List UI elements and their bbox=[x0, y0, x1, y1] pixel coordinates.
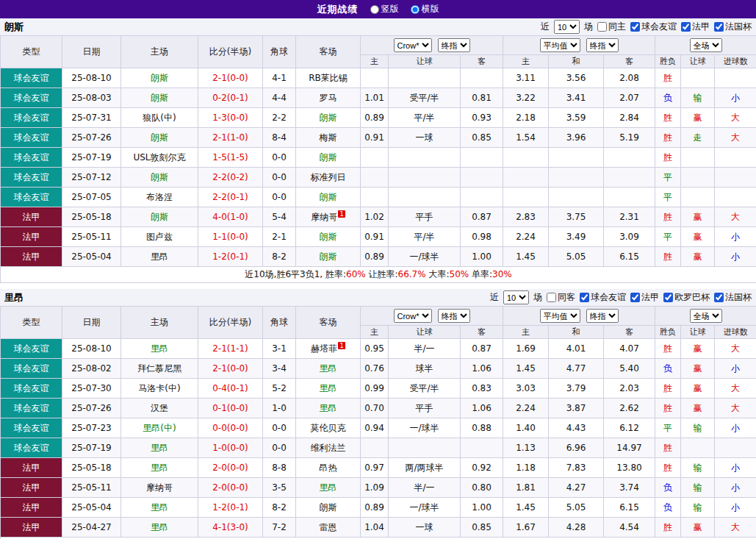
team-name-link[interactable]: 雷恩 bbox=[320, 522, 337, 532]
team-name-link[interactable]: USL敦刻尔克 bbox=[133, 152, 185, 163]
filter-check-0[interactable]: 同主 bbox=[597, 21, 626, 33]
filter-check-1[interactable]: 球会友谊 bbox=[580, 291, 626, 304]
team-name-link[interactable]: 朗斯 bbox=[151, 73, 168, 83]
vertical-radio-icon[interactable] bbox=[370, 5, 379, 14]
team-name-link[interactable]: 里昂 bbox=[151, 343, 168, 354]
team-name-link[interactable]: 朗斯 bbox=[151, 172, 168, 182]
team-name-link[interactable]: 汉堡 bbox=[151, 403, 168, 413]
page-title: 近期战绩 bbox=[317, 3, 359, 16]
checkbox-icon[interactable] bbox=[681, 22, 691, 32]
avg-select-0[interactable]: 平均值 bbox=[540, 309, 580, 323]
odds-select-1[interactable]: 终指 bbox=[438, 38, 470, 52]
filter-check-4[interactable]: 法国杯 bbox=[714, 291, 752, 304]
team-name-link[interactable]: 朗斯 bbox=[151, 132, 168, 143]
result-outcome: 胜 bbox=[655, 207, 681, 227]
team-name-link[interactable]: 里昂 bbox=[151, 502, 168, 513]
team-name-link[interactable]: 昂热 bbox=[320, 463, 337, 473]
team-name-link[interactable]: 布洛涅 bbox=[146, 192, 173, 202]
away-team: 莫伦贝克 bbox=[296, 418, 361, 438]
filter-check-3[interactable]: 欧罗巴杯 bbox=[663, 291, 710, 304]
subcol-header-4: 和 bbox=[549, 55, 604, 68]
team-name-link[interactable]: 朗斯 bbox=[320, 251, 337, 262]
result-goals: 小 bbox=[715, 227, 756, 247]
avg-draw: 3.59 bbox=[549, 108, 604, 128]
team-name-link[interactable]: 拜仁慕尼黑 bbox=[137, 363, 181, 374]
checkbox-icon[interactable] bbox=[714, 22, 724, 32]
checkbox-icon[interactable] bbox=[580, 293, 589, 302]
checkbox-icon[interactable] bbox=[714, 293, 724, 302]
filter-check-2[interactable]: 法甲 bbox=[681, 21, 710, 33]
team-name-link[interactable]: 里昂 bbox=[320, 482, 337, 493]
layout-option-horizontal[interactable]: 横版 bbox=[411, 3, 439, 15]
team-name-link[interactable]: 标准列日 bbox=[311, 172, 346, 182]
team-name-link[interactable]: 摩纳哥 bbox=[311, 212, 337, 222]
team-name-link[interactable]: 图卢兹 bbox=[146, 232, 173, 242]
team-name-link[interactable]: 里昂(中) bbox=[143, 423, 176, 433]
team-name-link[interactable]: 狼队(中) bbox=[143, 113, 176, 123]
away-team: 里昂 bbox=[296, 478, 361, 498]
checkbox-icon[interactable] bbox=[630, 293, 640, 302]
corner-score: 0-0 bbox=[263, 188, 296, 207]
horizontal-radio-icon[interactable] bbox=[411, 5, 420, 14]
match-row: 球会友谊25-08-10朗斯2-1(0-0)4-1RB莱比锡3.113.562.… bbox=[1, 68, 756, 88]
home-team: 拜仁慕尼黑 bbox=[121, 359, 198, 379]
match-count-select[interactable]: 10 bbox=[554, 20, 580, 34]
team-name-link[interactable]: 马洛卡(中) bbox=[138, 383, 180, 393]
team-name-link[interactable]: 里昂 bbox=[320, 383, 337, 393]
avg-draw bbox=[549, 148, 604, 168]
avg-away: 6.15 bbox=[604, 498, 655, 518]
checkbox-icon[interactable] bbox=[663, 293, 673, 302]
scope-select-0[interactable]: 全场 bbox=[690, 309, 722, 323]
layout-option-vertical[interactable]: 竖版 bbox=[370, 3, 399, 15]
team-name-link[interactable]: 梅斯 bbox=[320, 132, 337, 143]
team-name-link[interactable]: 里昂 bbox=[151, 522, 168, 532]
team-name-link[interactable]: 摩纳哥 bbox=[146, 482, 173, 493]
checkbox-icon[interactable] bbox=[597, 22, 607, 32]
away-team: 里昂 bbox=[296, 359, 361, 379]
avg-select-0[interactable]: 平均值 bbox=[540, 38, 580, 52]
result-outcome: 平 bbox=[655, 168, 681, 188]
avg-select-1[interactable]: 终指 bbox=[586, 309, 619, 323]
team-name-link[interactable]: 朗斯 bbox=[320, 152, 337, 163]
team-name-link[interactable]: 莫伦贝克 bbox=[311, 423, 346, 433]
team-name-link[interactable]: 里昂 bbox=[151, 443, 168, 453]
away-team: 雷恩 bbox=[296, 518, 361, 538]
stat-label-1: 让胜率: bbox=[366, 269, 398, 279]
home-odds: 0.91 bbox=[361, 128, 389, 148]
team-name-link[interactable]: 朗斯 bbox=[320, 232, 337, 242]
team-name-link[interactable]: 罗马 bbox=[320, 93, 337, 103]
filter-check-0[interactable]: 同客 bbox=[547, 291, 575, 304]
team-name-link[interactable]: 朗斯 bbox=[151, 212, 168, 222]
odds-select-1[interactable]: 终指 bbox=[438, 309, 470, 323]
corner-score: 0-0 bbox=[263, 438, 296, 458]
odds-select-0[interactable]: Crow* bbox=[394, 309, 432, 323]
team-name-link[interactable]: 朗斯 bbox=[320, 192, 337, 202]
subcol-header-5: 客 bbox=[604, 326, 655, 339]
match-row: 球会友谊25-07-31狼队(中)1-3(0-0)2-2朗斯0.89平/半0.9… bbox=[1, 108, 756, 128]
team-name-link[interactable]: 维利法兰 bbox=[311, 443, 346, 453]
odds-select-0[interactable]: Crow* bbox=[394, 38, 432, 52]
team-name-link[interactable]: 朗斯 bbox=[151, 93, 168, 103]
filter-check-3[interactable]: 法国杯 bbox=[714, 21, 752, 33]
filter-check-2[interactable]: 法甲 bbox=[630, 291, 659, 304]
match-count-select[interactable]: 10 bbox=[503, 290, 529, 304]
team-name-link[interactable]: 里昂 bbox=[320, 363, 337, 374]
team-name-link[interactable]: 朗斯 bbox=[320, 113, 337, 123]
team-name-link[interactable]: 里昂 bbox=[320, 403, 337, 413]
filter-check-1[interactable]: 球会友谊 bbox=[630, 21, 677, 33]
col-header-0: 类型 bbox=[1, 36, 62, 68]
team-name-link[interactable]: RB莱比锡 bbox=[309, 73, 348, 83]
away-team: 里昂 bbox=[296, 379, 361, 399]
avg-home: 3.03 bbox=[503, 379, 549, 399]
team-name-link[interactable]: 里昂 bbox=[151, 251, 168, 262]
team-name-link[interactable]: 朗斯 bbox=[320, 502, 337, 513]
filter-check-label: 法甲 bbox=[692, 21, 710, 33]
scope-select-0[interactable]: 全场 bbox=[690, 38, 722, 52]
score: 2-1(0-0) bbox=[198, 359, 263, 379]
avg-select-1[interactable]: 终指 bbox=[586, 38, 619, 52]
avg-home: 2.24 bbox=[503, 227, 549, 247]
checkbox-icon[interactable] bbox=[630, 22, 640, 32]
team-name-link[interactable]: 赫塔菲 bbox=[311, 343, 337, 354]
checkbox-icon[interactable] bbox=[547, 293, 556, 302]
team-name-link[interactable]: 里昂 bbox=[151, 463, 168, 473]
